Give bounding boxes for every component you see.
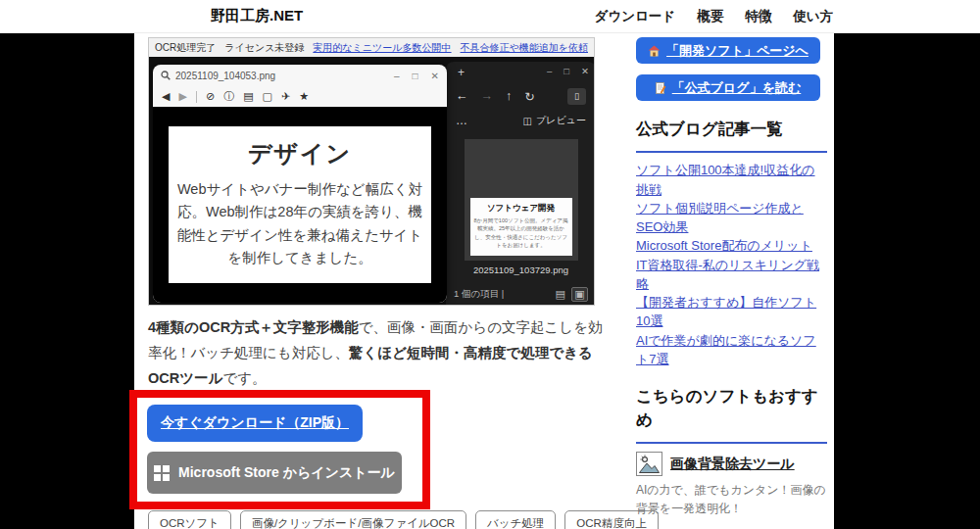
thumbnail-view-icon[interactable]: ▣ xyxy=(571,287,588,302)
status-link[interactable]: 不具合修正や機能追加を依頼 xyxy=(461,41,588,55)
tag-row: OCRソフト画像/クリップボード/画像ファイルOCRバッチ処理OCR精度向上 xyxy=(148,510,659,529)
nav-back-icon[interactable]: ← xyxy=(456,89,468,103)
description-bold-1: 4種類のOCR方式＋文字整形機能 xyxy=(148,319,359,335)
download-highlight-box: 今すぐダウンロード（ZIP版） Microsoft Store からインストール xyxy=(129,390,430,509)
download-zip-label: 今すぐダウンロード（ZIP版） xyxy=(161,414,349,432)
microsoft-store-label: Microsoft Store からインストール xyxy=(178,464,395,482)
official-blog-button[interactable]: 「公式ブログ」を読む xyxy=(636,74,820,101)
list-view-icon[interactable]: ▤ xyxy=(556,288,565,301)
site-header: 野田工房.NET ダウンロード概要特徴使い方 xyxy=(0,0,980,33)
microsoft-logo-icon xyxy=(154,465,170,481)
toolbar-divider xyxy=(196,91,197,103)
tag-chip[interactable]: 画像/クリップボード/画像ファイルOCR xyxy=(240,510,466,529)
item-count-text: 1 個の項目 | xyxy=(454,288,504,301)
ocr-status-text: OCR処理完了 xyxy=(155,41,216,55)
maximize-icon[interactable]: □ xyxy=(564,66,569,76)
clipboard-icon[interactable]: ▤ xyxy=(243,90,253,103)
sidebar: 「開発ソフト」ページへ 「公式ブログ」を読む 公式ブログ記事一覧 ソフト公開10… xyxy=(636,37,827,529)
thumbnail-body: 8か月間で100ソフト公開。メディア掲載実績。25年以上の開発経験を活かし、安全… xyxy=(474,216,568,250)
status-link[interactable]: 実用的なミニツール多数公開中 xyxy=(313,41,451,55)
close-icon[interactable]: ✕ xyxy=(431,71,439,81)
heading-rule xyxy=(636,151,827,154)
blog-link-list: ソフト公開100本達成!収益化の挑戦ソフト個別説明ページ作成とSEO効果Micr… xyxy=(636,161,827,368)
nav-up-icon[interactable]: ↑ xyxy=(506,89,512,103)
design-card: デザイン Webサイトやバナー制作など幅広く対応。Web制作は28年の実績を誇り… xyxy=(169,126,431,283)
bg-removal-tool-link[interactable]: 画像背景除去ツール xyxy=(670,456,795,473)
preview-toggle[interactable]: ◫ プレビュー xyxy=(523,114,586,127)
explorer-statusbar: 1 個の項目 | ▤ ▣ xyxy=(446,283,594,305)
send-icon[interactable]: ✈ xyxy=(281,90,290,103)
explorer-navbar: ← → ↑ ↻ ▯ xyxy=(446,83,594,109)
thumbnail-heading: ソフトウェア開発 xyxy=(474,203,568,215)
blog-link[interactable]: Microsoft Store配布のメリット xyxy=(636,236,827,255)
download-zip-button[interactable]: 今すぐダウンロード（ZIP版） xyxy=(147,405,363,442)
recommend-item: 画像背景除去ツール xyxy=(636,452,827,476)
license-status-text: ライセンス未登録 xyxy=(224,41,304,55)
blog-link[interactable]: 【開発者おすすめ】自作ソフト10選 xyxy=(636,293,827,330)
description-text-2: です。 xyxy=(222,370,266,386)
thumbnail-card: ソフトウェア開発 8か月間で100ソフト公開。メディア掲載実績。25年以上の開発… xyxy=(470,198,572,256)
preview-label: プレビュー xyxy=(536,114,586,127)
document-pencil-icon xyxy=(656,82,666,94)
minimize-icon[interactable]: – xyxy=(547,66,552,76)
top-nav-item[interactable]: ダウンロード xyxy=(595,8,676,25)
image-viewer-window: 20251109_104053.png – □ ✕ ◀ ▶ ⊘ ⓘ ▤ ▢ xyxy=(153,65,447,303)
viewer-toolbar: ◀ ▶ ⊘ ⓘ ▤ ▢ ✈ ★ xyxy=(153,86,447,107)
blog-list-heading: 公式ブログ記事一覧 xyxy=(636,118,827,141)
minimize-icon[interactable]: – xyxy=(394,71,400,81)
device-icon[interactable]: ▯ xyxy=(567,88,586,105)
info-icon[interactable]: ⓘ xyxy=(223,89,234,104)
app-screenshot-image: OCR処理完了 ライセンス未登録 実用的なミニツール多数公開中不具合修正や機能追… xyxy=(148,37,595,306)
home-icon xyxy=(648,45,661,57)
file-name: 20251109_103729.png xyxy=(473,264,568,275)
blocked-icon[interactable]: ⊘ xyxy=(206,90,215,103)
app-status-bar: OCR処理完了 ライセンス未登録 実用的なミニツール多数公開中不具合修正や機能追… xyxy=(149,38,594,57)
dev-soft-page-button[interactable]: 「開発ソフト」ページへ xyxy=(636,37,820,64)
top-nav: ダウンロード概要特徴使い方 xyxy=(595,8,833,25)
tag-chip[interactable]: OCRソフト xyxy=(148,510,231,529)
top-nav-item[interactable]: 概要 xyxy=(697,8,723,25)
official-blog-label: 「公式ブログ」を読む xyxy=(672,79,802,97)
pin-icon[interactable]: ★ xyxy=(299,90,309,103)
screenshot-dark-area: 20251109_104053.png – □ ✕ ◀ ▶ ⊘ ⓘ ▤ ▢ xyxy=(149,57,594,305)
blog-link[interactable]: AIで作業が劇的に楽になるソフト7選 xyxy=(636,331,827,368)
design-card-body: Webサイトやバナー制作など幅広く対応。Web制作は28年の実績を誇り、機能性と… xyxy=(176,178,423,269)
explorer-file-area: ソフトウェア開発 8か月間で100ソフト公開。メディア掲載実績。25年以上の開発… xyxy=(446,132,594,275)
preview-icon: ◫ xyxy=(523,116,532,126)
image-tool-icon xyxy=(636,452,662,476)
close-icon[interactable]: ✕ xyxy=(581,66,589,76)
magnifier-icon xyxy=(161,71,171,80)
explorer-tabbar: + – □ ✕ xyxy=(446,62,594,83)
site-title: 野田工房.NET xyxy=(211,7,303,25)
dev-soft-page-label: 「開発ソフト」ページへ xyxy=(666,42,808,60)
back-icon[interactable]: ◀ xyxy=(162,90,170,103)
forward-icon[interactable]: ▶ xyxy=(178,90,186,103)
file-thumbnail[interactable]: ソフトウェア開発 8か月間で100ソフト公開。メディア掲載実績。25年以上の開発… xyxy=(465,139,578,261)
folder-icon[interactable]: ▢ xyxy=(263,90,272,103)
viewer-image-area: デザイン Webサイトやバナー制作など幅広く対応。Web制作は28年の実績を誇り… xyxy=(153,107,447,303)
top-nav-item[interactable]: 使い方 xyxy=(793,8,833,25)
maximize-icon[interactable]: □ xyxy=(413,71,418,81)
refresh-icon[interactable]: ↻ xyxy=(524,89,534,104)
recommend-heading: こちらのソフトもおすすめ xyxy=(636,385,827,432)
design-card-heading: デザイン xyxy=(176,138,423,169)
more-icon[interactable]: … xyxy=(456,114,467,127)
tag-chip[interactable]: バッチ処理 xyxy=(475,510,556,529)
blog-link[interactable]: ソフト個別説明ページ作成とSEO効果 xyxy=(636,199,827,236)
microsoft-store-button[interactable]: Microsoft Store からインストール xyxy=(147,452,402,494)
blog-link[interactable]: ソフト公開100本達成!収益化の挑戦 xyxy=(636,161,827,198)
file-explorer-window: + – □ ✕ ← → ↑ ↻ ▯ … xyxy=(446,62,594,305)
heading-rule xyxy=(636,442,827,445)
bg-removal-tool-description: AIの力で、誰でもカンタン！画像の背景を一発透明化！ xyxy=(636,481,827,517)
explorer-commandbar: … ◫ プレビュー xyxy=(446,109,594,132)
viewer-window-title: 20251109_104053.png xyxy=(175,71,275,81)
blog-link[interactable]: IT資格取得-私のリスキリング戦略 xyxy=(636,256,827,293)
nav-forward-icon[interactable]: → xyxy=(481,89,494,103)
viewer-titlebar: 20251109_104053.png – □ ✕ xyxy=(153,65,447,86)
top-nav-item[interactable]: 特徴 xyxy=(745,8,771,25)
software-description: 4種類のOCR方式＋文字整形機能で、画像・画面からの文字起こしを効率化！バッチ処… xyxy=(148,315,607,391)
new-tab-icon[interactable]: + xyxy=(458,66,465,79)
status-links: 実用的なミニツール多数公開中不具合修正や機能追加を依頼 xyxy=(313,41,588,55)
content-column: OCR処理完了 ライセンス未登録 実用的なミニツール多数公開中不具合修正や機能追… xyxy=(134,33,834,529)
